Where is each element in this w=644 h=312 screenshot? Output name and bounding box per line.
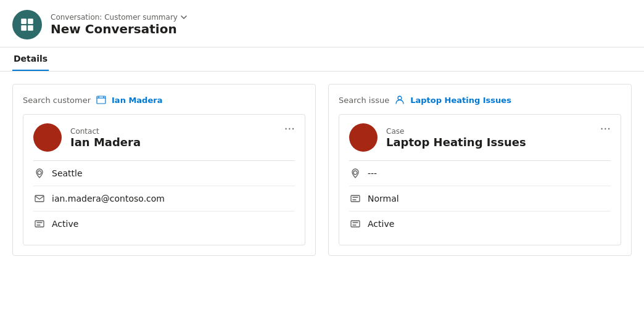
header-title: New Conversation xyxy=(51,22,188,36)
customer-avatar xyxy=(33,123,62,152)
customer-card-info: Contact Ian Madera xyxy=(70,127,141,149)
case-avatar xyxy=(349,123,378,152)
svg-rect-3 xyxy=(28,25,33,31)
svg-rect-2 xyxy=(21,25,27,31)
tab-details[interactable]: Details xyxy=(12,47,49,71)
customer-field-email: ian.madera@contoso.com xyxy=(33,186,295,211)
customer-identity: Contact Ian Madera xyxy=(33,123,141,152)
customer-field-status: Active xyxy=(33,211,295,236)
app-icon xyxy=(12,10,42,39)
case-priority-value: Normal xyxy=(368,194,399,203)
email-icon xyxy=(33,192,46,205)
customer-card: Contact Ian Madera ··· Seattle xyxy=(23,114,305,245)
main-content: Search customer Ian Madera Contact Ian M… xyxy=(0,72,644,268)
customer-location-value: Seattle xyxy=(52,168,83,178)
svg-rect-4 xyxy=(97,96,105,104)
customer-panel: Search customer Ian Madera Contact Ian M… xyxy=(12,84,316,256)
issue-panel-header: Search issue Laptop Heating Issues xyxy=(339,94,621,105)
case-location-value: --- xyxy=(368,168,377,178)
svg-point-5 xyxy=(38,171,41,174)
priority-icon xyxy=(349,192,361,205)
svg-point-9 xyxy=(353,171,357,174)
search-customer-label: Search customer xyxy=(23,96,91,105)
chevron-down-icon[interactable] xyxy=(180,14,188,21)
case-card-top: Case Laptop Heating Issues ··· xyxy=(349,123,611,152)
case-identity: Case Laptop Heating Issues xyxy=(349,123,526,152)
case-card: Case Laptop Heating Issues ··· --- xyxy=(339,114,621,245)
subtitle-text: Conversation: Customer summary xyxy=(51,13,178,22)
header: Conversation: Customer summary New Conve… xyxy=(0,0,644,47)
case-card-more-button[interactable]: ··· xyxy=(600,123,611,134)
customer-panel-header: Search customer Ian Madera xyxy=(23,94,305,105)
status-icon xyxy=(33,218,46,230)
search-issue-label: Search issue xyxy=(339,96,389,105)
issue-search-value[interactable]: Laptop Heating Issues xyxy=(410,96,511,105)
header-subtitle: Conversation: Customer summary xyxy=(51,13,188,22)
case-field-location: --- xyxy=(349,161,611,186)
svg-rect-7 xyxy=(35,221,44,227)
customer-card-name: Ian Madera xyxy=(70,136,141,149)
issue-search-icon[interactable] xyxy=(394,94,405,105)
case-status-value: Active xyxy=(368,219,394,229)
case-card-name: Laptop Heating Issues xyxy=(386,136,526,149)
location-icon xyxy=(33,167,46,179)
svg-point-8 xyxy=(398,96,402,100)
case-location-icon xyxy=(349,167,361,179)
customer-status-value: Active xyxy=(52,219,78,229)
svg-rect-10 xyxy=(351,195,360,202)
customer-card-more-button[interactable]: ··· xyxy=(284,123,295,134)
svg-rect-11 xyxy=(351,221,360,227)
customer-card-top: Contact Ian Madera ··· xyxy=(33,123,295,152)
svg-rect-1 xyxy=(28,18,33,24)
svg-rect-6 xyxy=(35,195,44,202)
case-card-type: Case xyxy=(386,127,526,136)
customer-card-fields: Seattle ian.madera@contoso.com xyxy=(33,160,295,236)
tabs-bar: Details xyxy=(0,47,644,72)
case-status-icon xyxy=(349,218,361,230)
issue-panel: Search issue Laptop Heating Issues Case … xyxy=(328,84,632,256)
customer-card-type: Contact xyxy=(70,127,141,136)
case-field-status: Active xyxy=(349,211,611,236)
case-field-priority: Normal xyxy=(349,186,611,211)
customer-search-icon[interactable] xyxy=(96,94,107,105)
case-card-fields: --- Normal xyxy=(349,160,611,236)
svg-rect-0 xyxy=(21,18,27,24)
customer-email-value: ian.madera@contoso.com xyxy=(52,194,165,203)
customer-search-value[interactable]: Ian Madera xyxy=(112,96,162,105)
customer-field-location: Seattle xyxy=(33,161,295,186)
case-card-info: Case Laptop Heating Issues xyxy=(386,127,526,149)
